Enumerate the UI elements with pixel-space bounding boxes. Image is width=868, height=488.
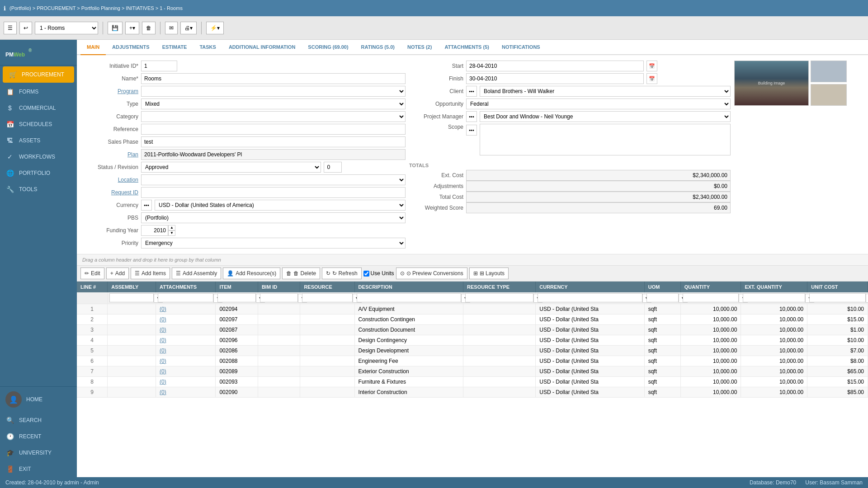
- table-row[interactable]: 9 (0) 002090 Interior Construction USD -…: [77, 387, 868, 397]
- status-select[interactable]: Approved: [141, 162, 321, 173]
- filter-bim-input[interactable]: [260, 293, 298, 302]
- plan-field[interactable]: [141, 149, 406, 160]
- opportunity-select[interactable]: Federal: [466, 99, 731, 109]
- delete-row-button[interactable]: 🗑 🗑 Delete: [282, 267, 320, 279]
- sidebar-item-portfolio[interactable]: 🌐 PORTFOLIO: [0, 165, 77, 181]
- table-row[interactable]: 3 (0) 002087 Construction Document USD -…: [77, 324, 868, 335]
- sidebar-item-forms[interactable]: 📋 FORMS: [0, 84, 77, 100]
- history-btn[interactable]: ↩: [19, 22, 32, 34]
- table-row[interactable]: 4 (0) 002096 Design Contingency USD - Do…: [77, 335, 868, 345]
- add-assembly-button[interactable]: ☰ Add Assembly: [172, 267, 221, 279]
- attachment-link[interactable]: (0): [160, 379, 166, 385]
- location-label[interactable]: Location: [84, 177, 138, 183]
- attachment-link[interactable]: (0): [160, 358, 166, 364]
- sidebar-item-commercial[interactable]: $ COMMERCIAL: [0, 100, 77, 116]
- sidebar-item-home[interactable]: 👤 HOME: [0, 387, 77, 412]
- sidebar-item-tools[interactable]: 🔧 TOOLS: [0, 181, 77, 197]
- type-select[interactable]: Mixed: [141, 99, 406, 109]
- funding-year-up[interactable]: ▲: [168, 225, 175, 230]
- add-row-button[interactable]: + Add: [106, 267, 129, 279]
- filter-uc-input[interactable]: [809, 293, 866, 302]
- use-units-label[interactable]: Use Units: [371, 270, 394, 277]
- sales-phase-field[interactable]: [141, 136, 406, 147]
- client-select[interactable]: Boland Brothers - Will Walker: [480, 86, 731, 97]
- filter-rt-input[interactable]: [465, 293, 533, 302]
- table-row[interactable]: 7 (0) 002089 Exterior Construction USD -…: [77, 366, 868, 376]
- layouts-button[interactable]: ⊞ ⊞ Layouts: [469, 267, 509, 279]
- use-units-checkbox[interactable]: [363, 271, 369, 277]
- sidebar-item-schedules[interactable]: 📅 SCHEDULES: [0, 116, 77, 132]
- add-button[interactable]: +▾: [125, 22, 139, 34]
- client-more-btn[interactable]: •••: [466, 86, 477, 97]
- delete-button[interactable]: 🗑: [142, 22, 156, 34]
- add-resources-button[interactable]: 👤 Add Resource(s): [223, 267, 280, 279]
- filter-qty-input[interactable]: [683, 293, 739, 302]
- sidebar-item-university[interactable]: 🎓 UNIVERSITY: [0, 445, 77, 461]
- tab-additional[interactable]: ADDITIONAL INFORMATION: [222, 40, 302, 55]
- attachment-link[interactable]: (0): [160, 316, 166, 323]
- request-id-field[interactable]: [141, 187, 406, 198]
- filter-uom-input[interactable]: [646, 293, 679, 302]
- priority-select[interactable]: Emergency: [141, 238, 406, 249]
- attachment-link[interactable]: (0): [160, 337, 166, 343]
- category-select[interactable]: [141, 111, 406, 122]
- tab-estimate[interactable]: ESTIMATE: [156, 40, 193, 55]
- tab-notifications[interactable]: NOTIFICATIONS: [495, 40, 547, 55]
- table-row[interactable]: 1 (0) 002094 A/V Equipment USD - Dollar …: [77, 304, 868, 314]
- save-button[interactable]: 💾: [108, 22, 123, 34]
- plan-label[interactable]: Plan: [84, 151, 138, 158]
- attachment-link[interactable]: (0): [160, 368, 166, 375]
- pm-more-btn[interactable]: •••: [466, 111, 477, 122]
- sidebar-item-search[interactable]: 🔍 SEARCH: [0, 412, 77, 428]
- filter-extqty-input[interactable]: [743, 293, 805, 302]
- funding-year-field[interactable]: [141, 225, 168, 236]
- add-items-button[interactable]: ☰ Add Items: [131, 267, 170, 279]
- print-button[interactable]: 🖨▾: [180, 22, 197, 34]
- table-row[interactable]: 5 (0) 002086 Design Development USD - Do…: [77, 345, 868, 356]
- filter-item-input[interactable]: [217, 293, 255, 302]
- filter-uc-btn[interactable]: ▼: [866, 294, 868, 303]
- table-row[interactable]: 8 (0) 002093 Furniture & Fixtures USD - …: [77, 376, 868, 387]
- attachment-link[interactable]: (0): [160, 306, 166, 312]
- lightning-button[interactable]: ⚡▾: [206, 22, 224, 34]
- filter-desc-input[interactable]: [357, 293, 461, 302]
- tab-ratings[interactable]: RATINGS (5.0): [355, 40, 401, 55]
- sidebar-item-workflows[interactable]: ✓ WORKFLOWS: [0, 149, 77, 165]
- filter-curr-input[interactable]: [538, 293, 642, 302]
- menu-btn[interactable]: ☰: [4, 22, 17, 34]
- sidebar-item-assets[interactable]: 🏗 ASSETS: [0, 132, 77, 149]
- currency-more-btn[interactable]: •••: [141, 200, 152, 211]
- filter-attachments-input[interactable]: [158, 293, 213, 302]
- location-select[interactable]: [141, 174, 406, 185]
- preview-conversions-button[interactable]: ⊙ ⊙ Preview Conversions: [396, 267, 467, 279]
- email-button[interactable]: ✉: [165, 22, 178, 34]
- tab-attachments[interactable]: ATTACHMENTS (5): [438, 40, 495, 55]
- edit-button[interactable]: ✏ Edit: [80, 267, 104, 279]
- sidebar-item-exit[interactable]: 🚪 EXIT: [0, 461, 77, 477]
- attachment-link[interactable]: (0): [160, 347, 166, 354]
- status-num-field[interactable]: [324, 162, 342, 173]
- reference-field[interactable]: [141, 124, 406, 135]
- request-id-label[interactable]: Request ID: [84, 189, 138, 196]
- finish-field[interactable]: [466, 73, 644, 84]
- sidebar-item-procurement[interactable]: 🛒 PROCUREMENT: [3, 66, 74, 83]
- filter-resource-input[interactable]: [302, 293, 352, 302]
- currency-select[interactable]: USD - Dollar (United States of America): [155, 200, 406, 211]
- sidebar-item-recent[interactable]: 🕐 RECENT: [0, 428, 77, 445]
- start-field[interactable]: [466, 61, 644, 71]
- tab-main[interactable]: MAIN: [80, 40, 106, 55]
- filter-assembly-input[interactable]: [109, 293, 154, 302]
- scope-more-btn[interactable]: •••: [466, 125, 477, 136]
- tab-tasks[interactable]: TASKS: [193, 40, 222, 55]
- program-select[interactable]: [141, 86, 406, 97]
- table-row[interactable]: 6 (0) 002088 Engineering Fee USD - Dolla…: [77, 356, 868, 366]
- attachment-link[interactable]: (0): [160, 327, 166, 333]
- tab-notes[interactable]: NOTES (2): [401, 40, 438, 55]
- scope-field[interactable]: [480, 124, 731, 155]
- refresh-button[interactable]: ↻ ↻ Refresh: [322, 267, 361, 279]
- finish-calendar-btn[interactable]: 📅: [646, 73, 657, 84]
- program-label[interactable]: Program: [84, 88, 138, 94]
- record-selector[interactable]: 1 - Rooms: [35, 22, 98, 34]
- tab-adjustments[interactable]: ADJUSTMENTS: [106, 40, 156, 55]
- initiative-id-field[interactable]: [141, 61, 177, 71]
